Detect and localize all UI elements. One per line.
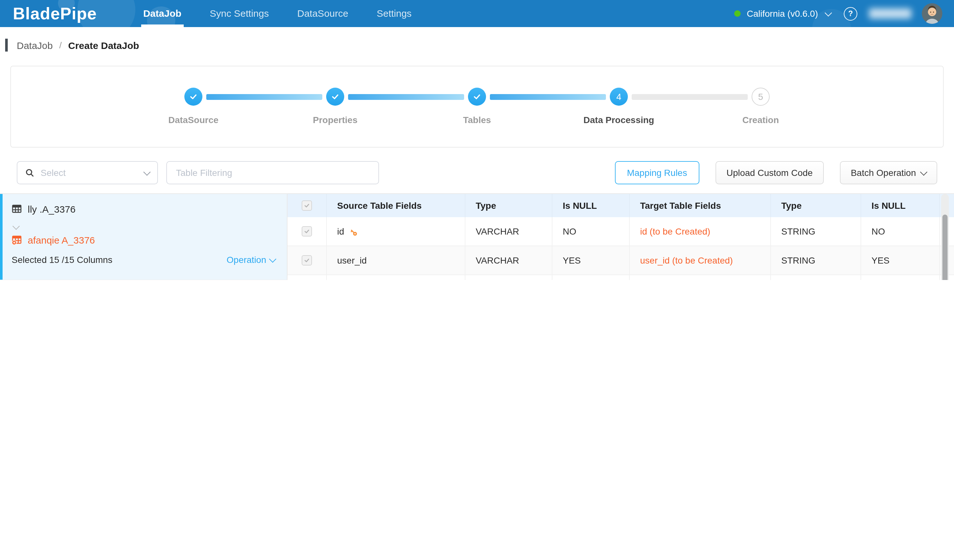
target-is-null: YES — [861, 246, 940, 275]
table-row: user_id VARCHAR YES user_id (to be Creat… — [287, 246, 954, 275]
select-all-checkbox[interactable] — [302, 201, 312, 211]
brand-logo: BladePipe — [13, 3, 97, 23]
nav-item-label: DataSource — [297, 8, 348, 19]
target-is-null: NO — [861, 217, 940, 246]
nav-right-cluster: California (v0.6.0) ? — [734, 3, 942, 24]
step-check-circle — [468, 88, 486, 106]
chevron-down-icon[interactable] — [825, 9, 832, 16]
selection-row: Selected 15 /15 Columns Operation — [12, 253, 275, 266]
main-nav: DataJob Sync Settings DataSource Setting… — [129, 0, 426, 27]
step-datasource: DataSource — [184, 88, 203, 106]
check-icon — [330, 92, 340, 101]
nav-item-label: Settings — [377, 8, 412, 19]
main-content: lly .A_3376 afanqie A_3376 Selected 15 /… — [0, 193, 954, 280]
step-connector — [632, 94, 748, 100]
chevron-down-icon — [920, 168, 928, 176]
batch-operation-button[interactable]: Batch Operation — [840, 161, 937, 184]
check-icon — [304, 228, 310, 235]
table-filtering-input[interactable] — [166, 161, 379, 184]
breadcrumb-parent[interactable]: DataJob — [17, 40, 53, 51]
check-icon — [189, 92, 198, 101]
nav-item-datajob[interactable]: DataJob — [129, 0, 195, 27]
page-title: Create DataJob — [68, 40, 139, 51]
datasource-select[interactable] — [17, 161, 158, 184]
selected-columns-text: Selected 15 /15 Columns — [12, 255, 112, 265]
breadcrumb-separator: / — [59, 40, 62, 50]
field-mapping-table: Source Table Fields Type Is NULL Target … — [287, 194, 954, 280]
operation-dropdown[interactable]: Operation — [226, 255, 275, 265]
breadcrumb: DataJob / Create DataJob — [0, 37, 954, 53]
target-table-name: afanqie A_3376 — [28, 234, 95, 245]
target-field-type: STRING — [771, 246, 861, 275]
target-field-type: STRING — [771, 275, 861, 280]
step-number: 4 — [616, 92, 621, 102]
status-dot — [734, 10, 740, 17]
breadcrumb-accent-bar — [5, 39, 8, 51]
column-header: Target Table Fields — [630, 194, 771, 217]
top-navbar: BladePipe DataJob Sync Settings DataSour… — [0, 0, 954, 27]
step-label-active: Data Processing — [583, 115, 654, 125]
step-data-processing: 4 Data Processing — [610, 88, 628, 106]
check-icon — [472, 92, 482, 101]
column-header: Source Table Fields — [327, 194, 465, 217]
avatar[interactable] — [922, 3, 942, 24]
search-icon — [25, 168, 34, 177]
source-field-type: VARCHAR — [465, 275, 552, 280]
avatar-illustration — [922, 3, 942, 24]
batch-operation-label: Batch Operation — [851, 168, 916, 178]
mapping-rules-button[interactable]: Mapping Rules — [615, 161, 699, 184]
step-label: DataSource — [168, 115, 218, 125]
wizard-stepper: DataSource Properties Tables 4 — [184, 88, 770, 106]
region-version-label[interactable]: California (v0.6.0) — [747, 8, 818, 19]
source-table-name: lly .A_3376 — [28, 203, 75, 214]
step-number-circle: 5 — [751, 88, 770, 106]
table-list-panel: lly .A_3376 afanqie A_3376 Selected 15 /… — [0, 194, 287, 280]
table-list-item[interactable]: lly .A_3376 afanqie A_3376 Selected 15 /… — [0, 194, 287, 280]
table-header-row: Source Table Fields Type Is NULL Target … — [287, 194, 954, 217]
nav-item-sync-settings[interactable]: Sync Settings — [196, 0, 283, 27]
select-input[interactable] — [39, 167, 144, 179]
table-row: direction VARCHAR YES direction (to be C… — [287, 275, 954, 280]
active-tab-underline — [141, 25, 184, 27]
check-icon — [304, 257, 310, 264]
toolbar-actions: Mapping Rules Upload Custom Code Batch O… — [615, 161, 937, 184]
operation-label: Operation — [226, 255, 266, 265]
row-checkbox[interactable] — [302, 255, 312, 266]
source-field-name: direction — [327, 275, 465, 280]
expand-chevron[interactable] — [14, 220, 275, 230]
step-label: Properties — [313, 115, 358, 125]
help-icon[interactable]: ? — [844, 7, 857, 20]
username-redacted — [869, 8, 912, 19]
app-root: BladePipe DataJob Sync Settings DataSour… — [0, 0, 954, 280]
step-properties: Properties — [326, 88, 344, 106]
step-check-circle — [184, 88, 203, 106]
step-connector — [348, 94, 464, 100]
upload-custom-code-button[interactable]: Upload Custom Code — [716, 161, 824, 184]
target-field-name: user_id (to be Created) — [630, 246, 771, 275]
row-checkbox[interactable] — [302, 226, 312, 236]
target-table-row: afanqie A_3376 — [12, 233, 275, 247]
nav-item-label: Sync Settings — [210, 8, 269, 19]
header-checkbox-cell — [287, 194, 327, 217]
target-field-name: id (to be Created) — [630, 217, 771, 246]
chevron-down-icon — [143, 168, 151, 176]
check-icon — [304, 202, 310, 209]
nav-item-label: DataJob — [143, 8, 181, 19]
scrollbar-thumb[interactable] — [942, 215, 948, 280]
target-field-type: STRING — [771, 217, 861, 246]
step-label: Tables — [463, 115, 491, 125]
step-creation: 5 Creation — [751, 88, 770, 106]
selected-item-bar — [0, 194, 3, 280]
primary-key-icon — [349, 227, 359, 237]
vertical-scrollbar[interactable] — [941, 194, 949, 280]
nav-item-datasource[interactable]: DataSource — [283, 0, 362, 27]
source-table-icon — [12, 204, 22, 214]
source-field-name: user_id — [327, 246, 465, 275]
target-table-create-icon — [12, 235, 22, 245]
nav-item-settings[interactable]: Settings — [363, 0, 426, 27]
target-field-name: direction (to be Created) — [630, 275, 771, 280]
step-connector — [490, 94, 606, 100]
wizard-steps-card: DataSource Properties Tables 4 — [10, 66, 944, 148]
column-header: Is NULL — [861, 194, 940, 217]
table-row: id VARCHAR NO id (to be Created) STRING … — [287, 217, 954, 246]
